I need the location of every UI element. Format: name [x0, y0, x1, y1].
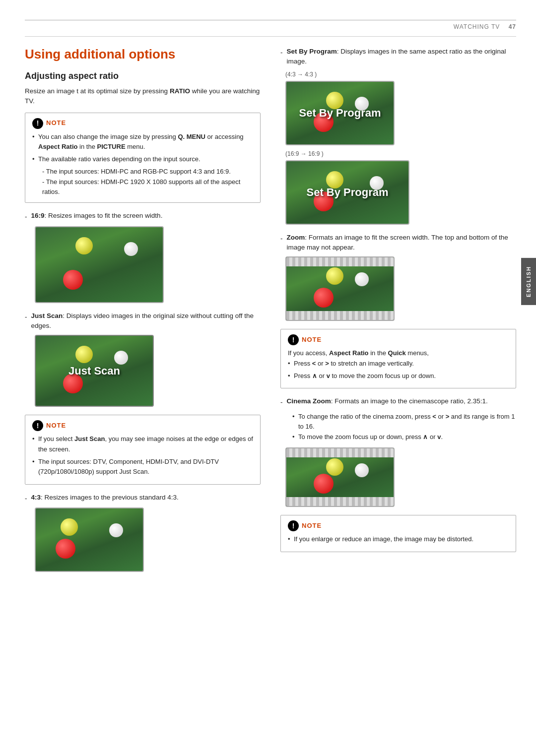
screen-sbp-1: Set By Program — [285, 81, 395, 145]
header-section: WATCHING TV — [454, 23, 500, 30]
item-set-by-program: - Set By Program: Displays images in the… — [280, 47, 516, 225]
item-just-scan-dash: - — [25, 312, 27, 322]
item-cz-text: Cinema Zoom: Formats an image to the cin… — [287, 396, 517, 406]
item-sbp-text: Set By Program: Displays images in the s… — [287, 47, 517, 67]
section-title: Using additional options — [25, 47, 261, 62]
cinema-zoom-sublist: •To change the ratio of the cinema zoom,… — [280, 412, 516, 442]
item-sbp-label: - Set By Program: Displays images in the… — [280, 47, 516, 67]
ball-white-169 — [124, 242, 138, 256]
ball-white-zoom — [355, 272, 369, 286]
item-zoom-desc: : Formats an image to fit the screen wid… — [287, 234, 508, 251]
page-number: 47 — [509, 23, 516, 30]
note-box-2: ! NOTE If you select Just Scan, you may … — [25, 415, 261, 485]
sbp-label-1: Set By Program — [299, 107, 381, 120]
header-rule — [25, 36, 516, 37]
main-content: WATCHING TV 47 Using additional options … — [0, 0, 536, 756]
note-label-2: NOTE — [46, 421, 66, 431]
item-sbp-dash: - — [280, 48, 283, 58]
note3-item-b: Press ∧ or v to move the zoom focus up o… — [288, 371, 509, 381]
note-icon-1: ! — [32, 118, 43, 129]
item-cinema-zoom: - Cinema Zoom: Formats an image to the c… — [280, 396, 516, 507]
subsection-title: Adjusting aspect ratio — [25, 71, 261, 81]
note-box-3: ! NOTE If you access, Aspect Ratio in th… — [280, 329, 516, 388]
note-icon-2: ! — [32, 420, 43, 431]
side-tab-label: ENGLISH — [526, 266, 532, 297]
item-just-scan-label: - Just Scan: Displays video images in th… — [25, 311, 261, 331]
item-43-label: - 4:3: Resizes images to the previous st… — [25, 493, 261, 504]
note-item-1a: You can also change the image size by pr… — [32, 132, 253, 153]
ratio-169: (16:9 → 16:9 ) — [285, 150, 516, 157]
item-just-scan: - Just Scan: Displays video images in th… — [25, 311, 261, 407]
note-label-3: NOTE — [302, 335, 322, 345]
note-label-4: NOTE — [302, 521, 322, 531]
item-169: - 16:9: Resizes images to fit the screen… — [25, 211, 261, 303]
item-zoom: - Zoom: Formats an image to fit the scre… — [280, 233, 516, 321]
ball-red-43 — [56, 539, 75, 559]
note-icon-3: ! — [288, 334, 299, 345]
item-just-scan-bold: Just Scan — [31, 312, 63, 319]
ball-white-cinema — [355, 463, 369, 477]
note-header-4: ! NOTE — [288, 520, 509, 531]
ball-white-43 — [109, 523, 123, 537]
ball-yellow-43 — [61, 518, 78, 536]
ball-white-js — [114, 351, 128, 365]
note-box-1: ! NOTE You can also change the image siz… — [25, 113, 261, 203]
ball-red-cinema — [314, 474, 334, 494]
note-list-4: If you enlarge or reduce an image, the i… — [288, 534, 509, 545]
cinema-mask-bottom — [286, 497, 394, 506]
intro-line1: Resize an image t at its optimal size by… — [25, 87, 168, 95]
item-cz-desc: : Formats an image to the cinemascope ra… — [331, 397, 488, 405]
note2-item-b: The input sources: DTV, Component, HDMI-… — [32, 457, 253, 478]
item-169-text: 16:9: Resizes images to fit the screen w… — [31, 211, 261, 221]
intro-bold: RATIO — [170, 87, 190, 95]
two-column-layout: Using additional options Adjusting aspec… — [25, 47, 516, 736]
cz-sub-1: •To change the ratio of the cinema zoom,… — [292, 412, 516, 433]
item-cz-dash: - — [280, 397, 283, 407]
sbp-label-2: Set By Program — [306, 186, 388, 199]
note-indent-1: - The input sources: HDMI-PC and RGB-PC … — [32, 167, 253, 177]
ball-yellow-169 — [75, 237, 93, 254]
item-169-desc: : Resizes images to fit the screen width… — [45, 212, 163, 219]
item-43-dash: - — [25, 494, 27, 504]
screen-just-scan: Just Scan — [35, 335, 154, 407]
left-column: Using additional options Adjusting aspec… — [25, 47, 261, 736]
item-43-desc: : Resizes images to the previous standar… — [41, 494, 179, 501]
ball-red-169 — [63, 270, 83, 290]
item-cz-label: - Cinema Zoom: Formats an image to the c… — [280, 396, 516, 407]
item-cz-bold: Cinema Zoom — [287, 397, 331, 405]
item-zoom-text: Zoom: Formats an image to fit the screen… — [287, 233, 517, 253]
note-label-1: NOTE — [46, 118, 66, 128]
note4-item-a: If you enlarge or reduce an image, the i… — [288, 534, 509, 545]
note-list-1: You can also change the image size by pr… — [32, 132, 253, 165]
note-list-2: If you select Just Scan, you may see ima… — [32, 434, 253, 477]
right-column: - Set By Program: Displays images in the… — [280, 47, 516, 736]
item-zoom-bold: Zoom — [287, 234, 305, 241]
screen-169 — [35, 226, 164, 303]
note3-intro: If you access, Aspect Ratio in the Quick… — [288, 348, 509, 359]
item-43-bold: 4:3 — [31, 494, 41, 501]
page-wrapper: ENGLISH WATCHING TV 47 Using additional … — [0, 0, 536, 756]
note2-item-a: If you select Just Scan, you may see ima… — [32, 434, 253, 455]
page-header: WATCHING TV 47 — [25, 20, 516, 30]
note-icon-4: ! — [288, 520, 299, 531]
note-box-4: ! NOTE If you enlarge or reduce an image… — [280, 515, 516, 552]
cz-sub-2: •To move the zoom focus up or down, pres… — [292, 432, 516, 442]
item-just-scan-text: Just Scan: Displays video images in the … — [31, 311, 261, 331]
item-43-text: 4:3: Resizes images to the previous stan… — [31, 493, 261, 503]
ball-red-zoom — [314, 288, 334, 308]
note-item-1b: The available ratio varies depending on … — [32, 154, 253, 165]
zoom-mask-top — [286, 257, 394, 266]
ball-yellow-zoom — [326, 267, 343, 285]
note-header-1: ! NOTE — [32, 118, 253, 129]
zoom-mask-bottom — [286, 311, 394, 320]
cinema-mask-top — [286, 448, 394, 457]
note-indent-2: - The input sources: HDMI-PC 1920 X 1080… — [32, 177, 253, 198]
item-169-bold: 16:9 — [31, 212, 45, 219]
note-header-2: ! NOTE — [32, 420, 253, 431]
item-just-scan-desc: : Displays video images in the original … — [31, 312, 254, 329]
item-zoom-label: - Zoom: Formats an image to fit the scre… — [280, 233, 516, 253]
ball-yellow-cinema — [326, 458, 343, 476]
item-169-dash: - — [25, 212, 27, 222]
note3-item-a: Press < or > to stretch an image vertica… — [288, 359, 509, 369]
screen-43 — [35, 507, 144, 572]
